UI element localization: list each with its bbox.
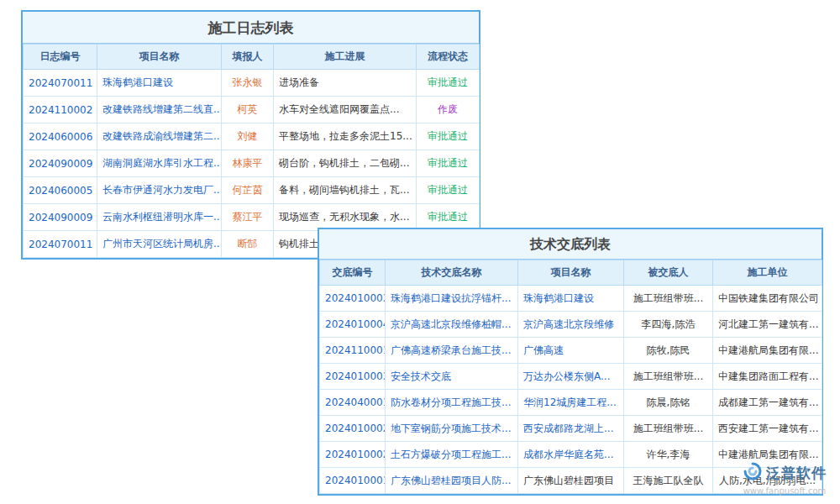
disclosure-name-link[interactable]: 防水卷材分项工程施工技... [386,390,518,416]
status-badge: 审批通过 [417,204,480,231]
project-name-link[interactable]: 长春市伊通河水力发电厂... [97,177,222,204]
reporter-name: 断郜 [222,231,274,258]
construction-unit-text: 河北建工第一建筑有... [713,312,822,338]
project-name-link[interactable]: 华润12城房建工程... [518,390,624,416]
column-header-reporter: 填报人 [222,45,274,70]
fanpu-watermark: 泛普软件 www.fanpusoft.com [734,461,835,496]
table-row[interactable]: 2024010003 安全技术交底 万达办公楼东侧A... 施工班组带班... … [320,364,822,390]
tech-disclosure-grid: 交底编号 技术交底名称 项目名称 被交底人 施工单位 2024010003 珠海… [319,260,822,494]
disclosure-name-link[interactable]: 京沪高速北京段维修桩帽... [386,312,518,338]
disclosure-id-link[interactable]: 2024010002 [320,416,386,442]
reporter-name: 张永银 [222,70,274,97]
table-row[interactable]: 2024070011 珠海鹤港口建设 张永银 进场准备 审批通过 [24,70,480,97]
construction-unit-text: 成都建工第一建筑有... [713,390,822,416]
table-row[interactable]: 2024060005 长春市伊通河水力发电厂... 何芷茵 备料，砌间墙钩机排土… [24,177,480,204]
disclosure-id-link[interactable]: 2024010001 [320,468,386,494]
column-header-flow-status: 流程状态 [417,45,480,70]
reporter-name: 何芷茵 [222,177,274,204]
construction-log-grid: 日志编号 项目名称 填报人 施工进展 流程状态 2024070011 珠海鹤港口… [23,44,480,258]
project-name-link[interactable]: 京沪高速北京段维修 [518,312,624,338]
log-id-link[interactable]: 2024060006 [24,123,97,150]
disclosure-id-link[interactable]: 2024040001 [320,390,386,416]
table-row[interactable]: 2024090009 湖南洞庭湖水库引水工程... 林康平 砌台阶，钩机排土，二… [24,150,480,177]
table-row[interactable]: 2024110001 广佛高速桥梁承台施工技... 广佛高速 陈牧,陈民 中建港… [320,338,822,364]
recipients-text: 王海施工队全队 [624,468,713,494]
tech-disclosure-table: 技术交底列表 交底编号 技术交底名称 项目名称 被交底人 施工单位 202401… [318,228,823,496]
project-name-link[interactable]: 湖南洞庭湖水库引水工程... [97,150,222,177]
project-name-link[interactable]: 广州市天河区统计局机房... [97,231,222,258]
disclosure-id-link[interactable]: 2024010003 [320,364,386,390]
status-badge: 审批通过 [417,177,480,204]
status-badge: 作废 [417,97,480,123]
brand-name: 泛普软件 [766,464,827,483]
project-name-link[interactable]: 广佛高速 [518,338,624,364]
log-id-link[interactable]: 2024090009 [24,204,97,231]
disclosure-name-link[interactable]: 土石方爆破分项工程施工... [386,442,518,468]
disclosure-id-link[interactable]: 2024010003 [320,286,386,312]
fanpu-swirl-icon [743,461,763,485]
disclosure-id-link[interactable]: 2024010002 [320,442,386,468]
project-name-link[interactable]: 珠海鹤港口建设 [518,286,624,312]
progress-text: 砌台阶，钩机排土，二包砌... [274,150,417,177]
reporter-name: 刘健 [222,123,274,150]
project-name-link[interactable]: 云南水利枢纽潜明水库一... [97,204,222,231]
status-badge: 审批通过 [417,123,480,150]
table-header-row: 日志编号 项目名称 填报人 施工进展 流程状态 [24,45,480,70]
disclosure-name-link[interactable]: 地下室钢筋分项施工技术... [386,416,518,442]
column-header-log-id: 日志编号 [24,45,97,70]
column-header-construction-unit: 施工单位 [713,260,822,286]
column-header-project-name: 项目名称 [97,45,222,70]
table-row[interactable]: 2024060006 改建铁路成渝线增建第二... 刘健 平整场地，拉走多余泥土… [24,123,480,150]
disclosure-name-link[interactable]: 珠海鹤港口建设抗浮锚杆... [386,286,518,312]
recipients-text: 许华,李海 [624,442,713,468]
table-row[interactable]: 2024110002 改建铁路线增建第二线直... 柯英 水车对全线遮阳网覆盖点… [24,97,480,123]
progress-text: 备料，砌间墙钩机排土，瓦... [274,177,417,204]
table-row[interactable]: 2024010004 京沪高速北京段维修桩帽... 京沪高速北京段维修 李四海,… [320,312,822,338]
log-id-link[interactable]: 2024070011 [24,70,97,97]
log-id-link[interactable]: 2024110002 [24,97,97,123]
table-row[interactable]: 2024010003 珠海鹤港口建设抗浮锚杆... 珠海鹤港口建设 施工班组带班… [320,286,822,312]
disclosure-name-link[interactable]: 安全技术交底 [386,364,518,390]
construction-unit-text: 中国铁建集团有限公司 [713,286,822,312]
column-header-recipients: 被交底人 [624,260,713,286]
brand-website: www.fanpusoft.com [734,486,835,496]
disclosure-id-link[interactable]: 2024110001 [320,338,386,364]
project-name-link[interactable]: 万达办公楼东侧A... [518,364,624,390]
construction-unit-text: 西安建工第一建筑有... [713,416,822,442]
recipients-text: 李四海,陈浩 [624,312,713,338]
disclosure-name-link[interactable]: 广东佛山碧桂园项目人防... [386,468,518,494]
construction-unit-text: 中建港航局集团有限... [713,338,822,364]
table-row[interactable]: 2024090009 云南水利枢纽潜明水库一... 蔡江平 现场巡查，无积水现象… [24,204,480,231]
recipients-text: 施工班组带班... [624,286,713,312]
disclosure-name-link[interactable]: 广佛高速桥梁承台施工技... [386,338,518,364]
tech-disclosure-title: 技术交底列表 [319,229,822,260]
log-id-link[interactable]: 2024090009 [24,150,97,177]
progress-text: 现场巡查，无积水现象，水... [274,204,417,231]
construction-log-table: 施工日志列表 日志编号 项目名称 填报人 施工进展 流程状态 202407001… [21,10,480,260]
column-header-project-name: 项目名称 [518,260,624,286]
table-header-row: 交底编号 技术交底名称 项目名称 被交底人 施工单位 [320,260,822,286]
reporter-name: 蔡江平 [222,204,274,231]
project-name-link[interactable]: 改建铁路线增建第二线直... [97,97,222,123]
column-header-disclosure-name: 技术交底名称 [386,260,518,286]
project-name-link[interactable]: 成都水岸华庭名苑... [518,442,624,468]
status-badge: 审批通过 [417,150,480,177]
table-row[interactable]: 2024040001 防水卷材分项工程施工技... 华润12城房建工程... 陈… [320,390,822,416]
table-row[interactable]: 2024010002 地下室钢筋分项施工技术... 西安成都路龙湖上... 施工… [320,416,822,442]
reporter-name: 柯英 [222,97,274,123]
disclosure-id-link[interactable]: 2024010004 [320,312,386,338]
construction-log-title: 施工日志列表 [23,12,479,44]
project-name-link[interactable]: 西安成都路龙湖上... [518,416,624,442]
project-name-link[interactable]: 改建铁路成渝线增建第二... [97,123,222,150]
log-id-link[interactable]: 2024070011 [24,231,97,258]
log-id-link[interactable]: 2024060005 [24,177,97,204]
recipients-text: 陈晨,陈铭 [624,390,713,416]
reporter-name: 林康平 [222,150,274,177]
progress-text: 进场准备 [274,70,417,97]
construction-unit-text: 中建集团路面工程有... [713,364,822,390]
column-header-disclosure-id: 交底编号 [320,260,386,286]
progress-text: 平整场地，拉走多余泥土15... [274,123,417,150]
progress-text: 水车对全线遮阳网覆盖点... [274,97,417,123]
recipients-text: 施工班组带班... [624,416,713,442]
project-name-link[interactable]: 珠海鹤港口建设 [97,70,222,97]
